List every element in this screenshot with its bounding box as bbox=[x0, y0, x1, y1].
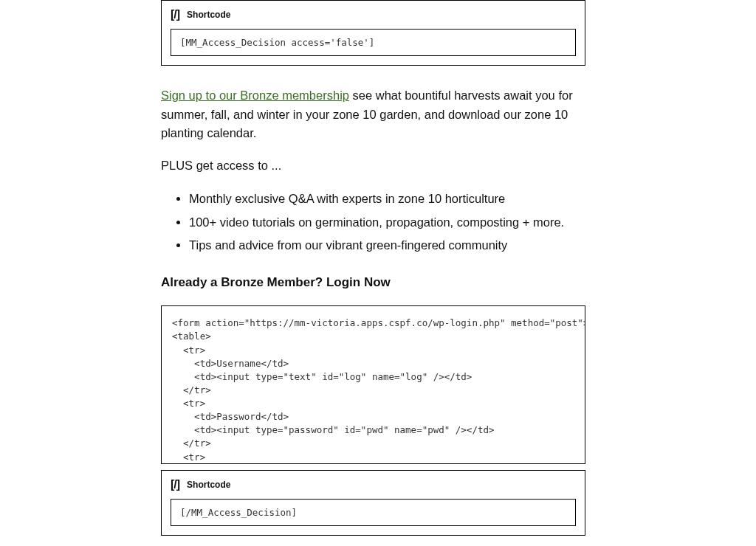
html-code-block: <form action="https://mm-victoria.apps.c… bbox=[161, 305, 585, 464]
benefits-list: Monthly exclusive Q&A with experts in zo… bbox=[161, 190, 585, 255]
shortcode-input-close[interactable] bbox=[171, 499, 576, 526]
pitch-paragraph: Sign up to our Bronze membership see wha… bbox=[161, 86, 585, 143]
list-item: Tips and advice from our vibrant green-f… bbox=[189, 236, 585, 255]
plus-paragraph: PLUS get access to ... bbox=[161, 156, 585, 176]
shortcode-icon: [/] bbox=[171, 8, 179, 21]
shortcode-block-label: Shortcode bbox=[187, 480, 230, 490]
shortcode-input-open[interactable] bbox=[171, 29, 576, 56]
login-subhead: Already a Bronze Member? Login Now bbox=[161, 273, 585, 292]
shortcode-block-header: [/] Shortcode bbox=[171, 8, 576, 21]
signup-link[interactable]: Sign up to our Bronze membership bbox=[161, 89, 349, 102]
list-item: 100+ video tutorials on germination, pro… bbox=[189, 213, 585, 232]
article-body: Sign up to our Bronze membership see wha… bbox=[161, 86, 585, 292]
shortcode-block-close: [/] Shortcode bbox=[161, 470, 585, 536]
shortcode-icon: [/] bbox=[171, 478, 179, 491]
shortcode-block-open: [/] Shortcode bbox=[161, 0, 585, 66]
shortcode-block-header: [/] Shortcode bbox=[171, 478, 576, 491]
list-item: Monthly exclusive Q&A with experts in zo… bbox=[189, 190, 585, 209]
shortcode-block-label: Shortcode bbox=[187, 10, 230, 20]
